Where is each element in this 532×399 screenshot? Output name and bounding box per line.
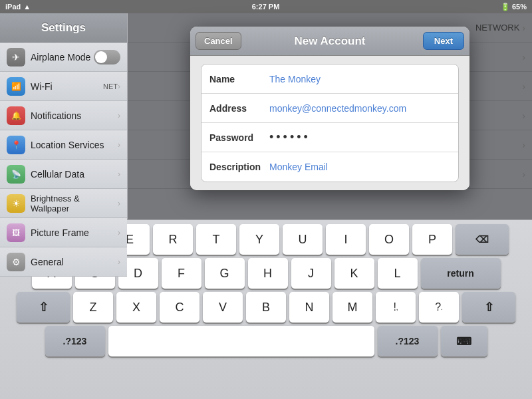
key-b[interactable]: B xyxy=(246,292,286,323)
wifi-signal-icon: ▲ xyxy=(23,3,31,11)
form-row-name: Name The Monkey xyxy=(201,65,458,94)
key-g[interactable]: G xyxy=(205,258,245,289)
sidebar-header: Settings xyxy=(0,13,127,43)
notifications-label: Notifications xyxy=(31,110,118,121)
modal-overlay: Cancel New Account Next Name The Monkey … xyxy=(128,13,532,219)
wifi-icon: 📶 xyxy=(7,77,25,96)
address-value[interactable]: monkey@connectedmonkey.com xyxy=(269,103,450,114)
description-value[interactable]: Monkey Email xyxy=(269,162,450,172)
sidebar-item-picture-frame[interactable]: 🖼 Picture Frame › xyxy=(0,218,127,247)
key-j[interactable]: J xyxy=(291,258,331,289)
password-value[interactable]: •••••• xyxy=(269,130,450,144)
modal-body: Name The Monkey Address monkey@connected… xyxy=(190,56,469,190)
status-left: iPad ▲ xyxy=(5,3,31,11)
right-content: NETWORK› › › › › › Cancel New Account Ne… xyxy=(128,13,532,219)
key-z[interactable]: Z xyxy=(73,292,113,323)
numbers-left-key[interactable]: .?123 xyxy=(45,326,105,356)
shift-right-key[interactable]: ⇧ xyxy=(462,292,515,323)
picture-icon: 🖼 xyxy=(7,223,25,242)
key-p[interactable]: P xyxy=(412,224,452,255)
cellular-chevron: › xyxy=(118,170,120,179)
sidebar-item-general[interactable]: ⚙ General › xyxy=(0,247,127,277)
ipad-label: iPad xyxy=(5,3,21,11)
brightness-icon: ☀ xyxy=(7,194,25,213)
key-f[interactable]: F xyxy=(162,258,201,289)
key-u[interactable]: U xyxy=(283,224,323,255)
shift-left-key[interactable]: ⇧ xyxy=(17,292,70,323)
general-label: General xyxy=(31,257,118,267)
key-question[interactable]: ?. xyxy=(419,292,459,323)
location-label: Location Services xyxy=(31,140,118,150)
numbers-right-key[interactable]: .?123 xyxy=(378,326,438,356)
cellular-label: Cellular Data xyxy=(31,169,118,180)
sidebar-item-wifi[interactable]: 📶 Wi-Fi NET › xyxy=(0,72,127,101)
picture-label: Picture Frame xyxy=(31,227,118,238)
general-icon: ⚙ xyxy=(7,253,25,271)
sidebar-item-brightness-wallpaper[interactable]: ☀ Brightness & Wallpaper › xyxy=(0,189,127,218)
brightness-label: Brightness & Wallpaper xyxy=(31,194,118,213)
sidebar: Settings ✈ Airplane Mode 📶 Wi-Fi NET › 🔔… xyxy=(0,13,128,219)
key-m[interactable]: M xyxy=(332,292,372,323)
space-key[interactable] xyxy=(108,326,374,356)
key-i[interactable]: I xyxy=(326,224,366,255)
key-r[interactable]: R xyxy=(153,224,193,255)
sidebar-title: Settings xyxy=(41,21,86,35)
general-chevron: › xyxy=(118,257,120,267)
location-icon: 📍 xyxy=(7,136,25,154)
wifi-chevron: › xyxy=(118,82,120,91)
name-label: Name xyxy=(209,74,269,84)
key-h[interactable]: H xyxy=(248,258,288,289)
keyboard-row-3: ⇧ Z X C V B N M !, ?. ⇧ xyxy=(3,292,529,323)
main-area: Settings ✈ Airplane Mode 📶 Wi-Fi NET › 🔔… xyxy=(0,13,532,219)
status-bar: iPad ▲ 6:27 PM 🔋 65% xyxy=(0,0,532,13)
airplane-mode-label: Airplane Mode xyxy=(31,52,91,63)
status-time: 6:27 PM xyxy=(252,3,280,11)
key-y[interactable]: Y xyxy=(239,224,279,255)
form-row-description: Description Monkey Email xyxy=(201,152,458,182)
modal-title: New Account xyxy=(294,35,365,48)
password-label: Password xyxy=(209,132,269,143)
key-o[interactable]: O xyxy=(369,224,409,255)
key-c[interactable]: C xyxy=(160,292,200,323)
notifications-chevron: › xyxy=(118,111,120,120)
status-right: 🔋 65% xyxy=(501,3,527,11)
wifi-label: Wi-Fi xyxy=(31,81,103,92)
airplane-toggle[interactable] xyxy=(94,50,120,65)
picture-chevron: › xyxy=(118,228,120,237)
form-row-address: Address monkey@connectedmonkey.com xyxy=(201,94,458,123)
description-label: Description xyxy=(209,162,269,172)
airplane-mode-icon: ✈ xyxy=(7,48,25,66)
location-chevron: › xyxy=(118,140,120,150)
key-v[interactable]: V xyxy=(203,292,243,323)
sidebar-item-cellular-data[interactable]: 📡 Cellular Data › xyxy=(0,160,127,189)
cancel-button[interactable]: Cancel xyxy=(196,32,241,50)
keyboard-bottom-row: .?123 .?123 ⌨ xyxy=(3,326,529,356)
sidebar-item-notifications[interactable]: 🔔 Notifications › xyxy=(0,101,127,130)
name-value[interactable]: The Monkey xyxy=(269,74,450,84)
keyboard-dismiss-key[interactable]: ⌨ xyxy=(441,326,487,356)
backspace-key[interactable]: ⌫ xyxy=(456,224,509,255)
brightness-chevron: › xyxy=(118,199,120,208)
key-t[interactable]: T xyxy=(196,224,236,255)
sidebar-item-airplane-mode[interactable]: ✈ Airplane Mode xyxy=(0,43,127,72)
new-account-modal: Cancel New Account Next Name The Monkey … xyxy=(190,27,469,190)
form-row-password: Password •••••• xyxy=(201,123,458,152)
notifications-icon: 🔔 xyxy=(7,106,25,125)
sidebar-item-location-services[interactable]: 📍 Location Services › xyxy=(0,130,127,160)
key-n[interactable]: N xyxy=(289,292,329,323)
key-x[interactable]: X xyxy=(116,292,156,323)
key-exclaim[interactable]: !, xyxy=(376,292,416,323)
address-label: Address xyxy=(209,103,269,114)
modal-header: Cancel New Account Next xyxy=(190,27,469,56)
battery-icon: 🔋 65% xyxy=(501,3,527,11)
cellular-icon: 📡 xyxy=(7,165,25,184)
account-form: Name The Monkey Address monkey@connected… xyxy=(201,64,459,182)
key-l[interactable]: L xyxy=(378,258,418,289)
wifi-sublabel: NET xyxy=(103,82,118,90)
key-k[interactable]: K xyxy=(334,258,374,289)
return-key[interactable]: return xyxy=(421,258,501,289)
next-button[interactable]: Next xyxy=(423,32,464,50)
